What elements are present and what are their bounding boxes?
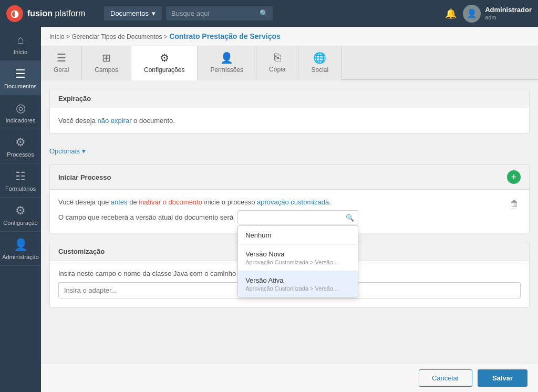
nav-search-area: Documentos ▾ 🔍 [104,6,437,20]
tab-configuracoes[interactable]: ⚙ Configurações [131,46,198,80]
process-line1: Você deseja que antes de inativar o docu… [58,198,504,206]
sidebar-item-formularios[interactable]: ☷ Formulários [0,163,41,198]
avatar: 👤 [463,5,481,23]
expiracao-text: Você deseja não expirar o documento. [58,117,521,125]
notifications-bell-button[interactable]: 🔔 [445,8,457,19]
sidebar-item-processos[interactable]: ⚙ Processos [0,129,41,163]
version-field-input[interactable] [237,210,358,224]
save-button[interactable]: Salvar [478,369,527,387]
sidebar: ⌂ Início ☰ Documentos ◎ Indicadores ⚙ Pr… [0,27,41,392]
sidebar-item-administracao[interactable]: 👤 Administração [0,232,41,266]
nav-right: 🔔 👤 Administrador adm [445,5,532,23]
dropdown-item-versao-ativa[interactable]: Versão Ativa Aprovação Customizada > Ver… [238,271,358,297]
field-search-icon: 🔍 [346,213,354,221]
dropdown-popup: Nenhum Versão Nova Aprovação Customizada… [237,225,358,297]
chevron-down-icon: ▾ [152,9,156,17]
dropdown-item-versao-nova[interactable]: Versão Nova Aprovação Customizada > Vers… [238,245,358,271]
social-icon: 🌐 [313,51,326,64]
user-info: 👤 Administrador adm [463,5,532,23]
sidebar-item-documentos[interactable]: ☰ Documentos [0,61,41,95]
field-input-area: 🔍 Nenhum Versão Nova Aprovação [237,210,358,224]
configuracoes-icon: ⚙ [160,51,169,64]
campos-icon: ⊞ [102,51,111,64]
indicators-icon: ◎ [16,101,26,115]
copia-icon: ⎘ [274,51,281,64]
nav-dropdown-button[interactable]: Documentos ▾ [104,6,162,20]
processes-icon: ⚙ [15,136,26,149]
documents-icon: ☰ [15,67,26,81]
breadcrumb: Início > Gerenciar Tipos de Documentos >… [41,27,538,46]
breadcrumb-home[interactable]: Início [49,33,65,40]
expiracao-header: Expiração [50,89,529,108]
user-name: Administrador [485,6,532,14]
cancel-button[interactable]: Cancelar [419,369,472,387]
sidebar-item-indicadores[interactable]: ◎ Indicadores [0,95,41,129]
opcionais-button[interactable]: Opcionais ▾ [49,144,86,158]
process-row: Você deseja que antes de inativar o docu… [58,198,521,224]
iniciar-processo-section: Iniciar Processo + Você deseja que antes… [49,164,530,233]
config-icon: ⚙ [15,204,26,218]
content-area: Início > Gerenciar Tipos de Documentos >… [41,27,538,392]
add-process-button[interactable]: + [507,170,521,184]
field-label: O campo que receberá a versão atual do d… [58,213,233,221]
tab-permissoes[interactable]: 👤 Permissões [198,46,256,80]
top-navigation: ◑ fusion platform Documentos ▾ 🔍 🔔 👤 Adm… [0,0,538,27]
tab-geral[interactable]: ☰ Geral [41,46,82,80]
nao-expirar-link[interactable]: não expirar [97,117,131,125]
iniciar-processo-body: Você deseja que antes de inativar o docu… [50,190,529,233]
breadcrumb-current: Contrato Prestação de Serviços [169,32,281,40]
expiracao-body: Você deseja não expirar o documento. [50,108,529,133]
sidebar-item-inicio[interactable]: ⌂ Início [0,27,41,61]
admin-icon: 👤 [14,238,28,252]
search-icon-button[interactable]: 🔍 [255,6,273,20]
page-content: Expiração Você deseja não expirar o docu… [41,80,538,364]
geral-icon: ☰ [57,51,66,64]
opcionais-chevron-icon: ▾ [82,147,86,155]
dropdown-item-nenhum[interactable]: Nenhum [238,226,358,245]
permissoes-icon: 👤 [220,51,233,64]
brand-name: fusion platform [27,9,85,18]
inativar-link[interactable]: inativar o documento [139,198,202,206]
tabs-bar: ☰ Geral ⊞ Campos ⚙ Configurações 👤 Permi… [41,46,538,80]
user-role: adm [485,14,532,21]
aprovacao-link[interactable]: aprovação customizada [257,198,329,206]
home-icon: ⌂ [17,33,24,47]
forms-icon: ☷ [15,170,26,183]
iniciar-processo-header: Iniciar Processo + [50,165,529,190]
tab-campos[interactable]: ⊞ Campos [82,46,131,80]
brand-logo: ◑ fusion platform [6,5,96,22]
tab-social[interactable]: 🌐 Social [298,46,342,80]
footer-bar: Cancelar Salvar [41,364,538,392]
sidebar-item-configuracao[interactable]: ⚙ Configuração [0,198,41,232]
delete-process-button[interactable]: 🗑 [508,198,521,210]
brand-icon: ◑ [6,5,23,22]
opcionais-area: Opcionais ▾ [49,142,530,164]
breadcrumb-level1[interactable]: Gerenciar Tipos de Documentos [71,33,162,40]
antes-link[interactable]: antes [111,198,128,206]
expiracao-section: Expiração Você deseja não expirar o docu… [49,89,530,133]
tab-copia[interactable]: ⎘ Cópia [256,46,298,80]
field-row: O campo que receberá a versão atual do d… [58,210,504,224]
